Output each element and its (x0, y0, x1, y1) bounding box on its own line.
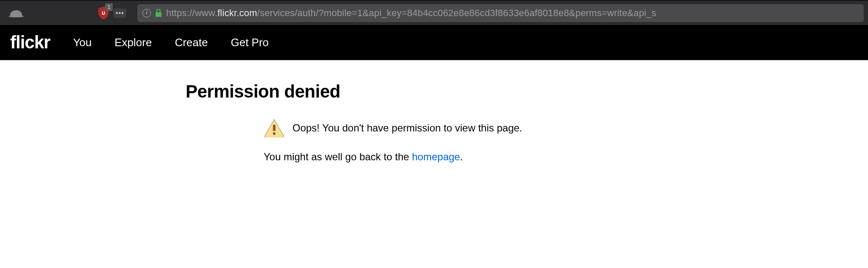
warning-icon (264, 119, 285, 137)
site-info-icon[interactable] (142, 9, 151, 17)
nav-create[interactable]: Create (175, 36, 208, 49)
nav-get-pro[interactable]: Get Pro (231, 36, 269, 49)
incognito-icon (10, 9, 22, 17)
ublock-badge: 1 (105, 3, 113, 11)
flickr-logo[interactable]: flickr (10, 32, 50, 53)
nav-explore[interactable]: Explore (114, 36, 152, 49)
svg-rect-3 (273, 132, 275, 135)
svg-rect-2 (273, 125, 275, 131)
nav-you[interactable]: You (73, 36, 92, 49)
error-sub-text: You might as well go back to the homepag… (264, 151, 868, 163)
page-content: Permission denied Oops! You don't have p… (0, 60, 868, 163)
page-title: Permission denied (186, 81, 868, 102)
extensions-overflow-button[interactable]: ••• (114, 8, 126, 18)
sub-suffix: . (460, 151, 463, 162)
extension-area: υ 1 ••• (97, 7, 126, 20)
error-message-text: Oops! You don't have permission to view … (292, 122, 522, 134)
browser-toolbar: υ 1 ••• https://www.flickr.com/services/… (0, 0, 868, 25)
sub-prefix: You might as well go back to the (264, 151, 412, 162)
site-nav: flickr You Explore Create Get Pro (0, 25, 868, 60)
svg-rect-1 (156, 12, 161, 17)
svg-text:υ: υ (102, 9, 105, 16)
error-message-row: Oops! You don't have permission to view … (264, 119, 868, 137)
url-text: https://www.flickr.com/services/auth/?mo… (166, 8, 657, 19)
homepage-link[interactable]: homepage (412, 151, 460, 162)
lock-icon (155, 9, 162, 17)
url-bar[interactable]: https://www.flickr.com/services/auth/?mo… (137, 4, 864, 22)
ublock-extension-button[interactable]: υ 1 (97, 7, 109, 20)
